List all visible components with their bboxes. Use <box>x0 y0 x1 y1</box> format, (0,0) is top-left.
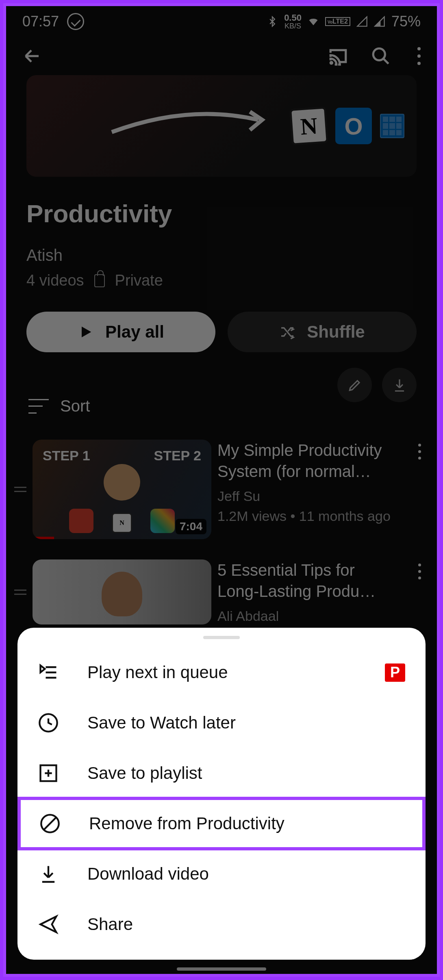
clock-icon <box>38 712 59 733</box>
premium-badge: P <box>385 663 405 682</box>
sheet-handle[interactable] <box>203 636 240 639</box>
download-icon <box>38 863 59 885</box>
add-playlist-icon <box>38 763 59 784</box>
nav-bar-hint[interactable] <box>177 967 266 971</box>
save-playlist-option[interactable]: Save to playlist <box>17 748 426 798</box>
remove-from-playlist-option[interactable]: Remove from Productivity <box>19 798 424 849</box>
play-next-icon <box>38 662 59 683</box>
watch-later-option[interactable]: Save to Watch later <box>17 698 426 748</box>
remove-icon <box>39 813 61 834</box>
bottom-sheet: Play next in queue P Save to Watch later… <box>17 628 426 960</box>
play-next-option[interactable]: Play next in queue P <box>17 647 426 698</box>
share-option[interactable]: Share <box>17 899 426 950</box>
download-video-option[interactable]: Download video <box>17 849 426 899</box>
share-icon <box>38 914 59 935</box>
